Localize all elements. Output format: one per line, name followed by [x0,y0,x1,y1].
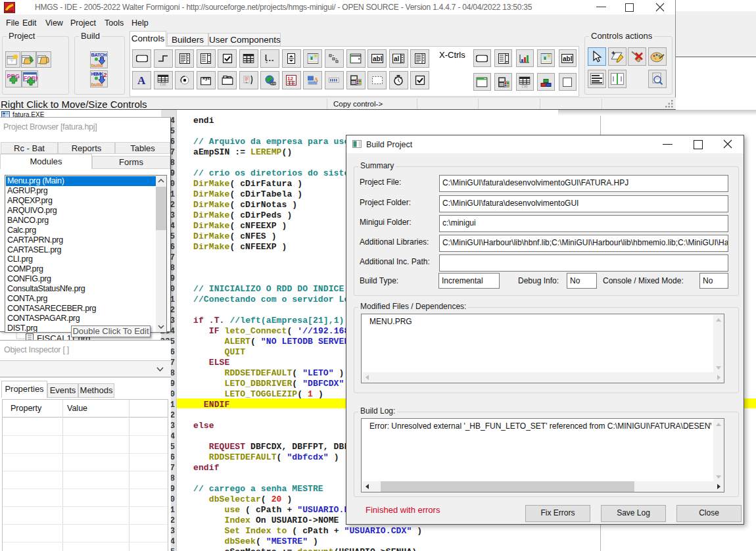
svg-text:BATCH: BATCH [91,52,106,58]
svg-text:abl: abl [563,55,573,62]
svg-text:DB: DB [522,84,528,87]
svg-text:xyz: xyz [202,76,210,81]
svg-text:A: A [137,75,146,85]
svg-text:build: build [91,62,103,68]
svg-text:DB: DB [160,82,166,86]
svg-text:abl: abl [373,55,383,62]
svg-text:12: 12 [287,76,293,82]
svg-text:build: build [91,82,103,87]
svg-text:A: A [314,76,318,83]
svg-text:al: al [394,55,400,62]
svg-text:2: 2 [103,72,106,78]
